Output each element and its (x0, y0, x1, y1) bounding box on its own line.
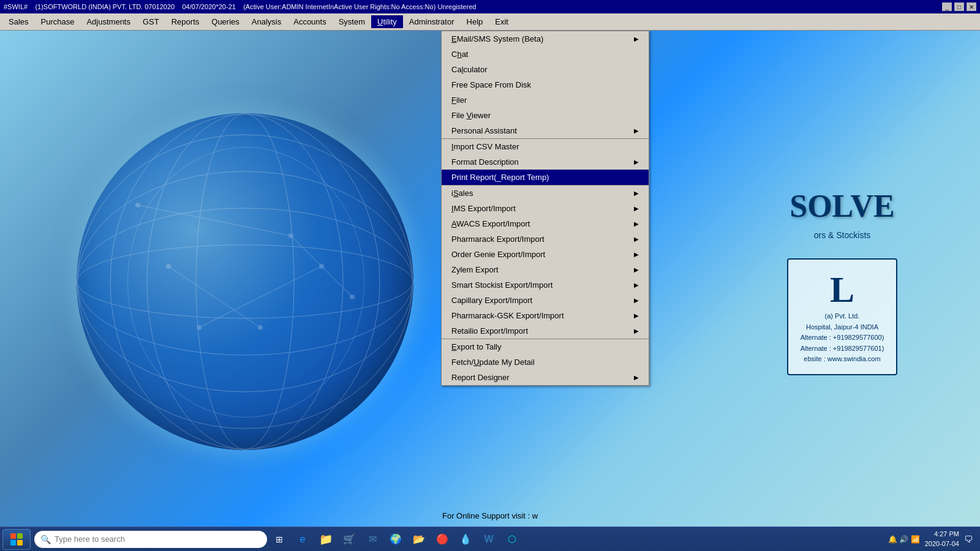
submenu-arrow-isales: ▶ (634, 190, 639, 197)
submenu-arrow-format: ▶ (634, 159, 639, 165)
taskbar-task-view-button[interactable]: ⊞ (268, 529, 290, 550)
menu-item-pharmarack-gsk[interactable]: Pharmarack-GSK Export/Import ▶ (442, 308, 649, 323)
submenu-arrow-smart: ▶ (634, 282, 639, 288)
taskbar-recycle-icon[interactable]: 🔴 (431, 529, 453, 550)
menu-sales[interactable]: Sales (2, 15, 35, 28)
notification-icon[interactable]: 🗨 (964, 534, 973, 544)
menu-item-filer[interactable]: Filer (442, 92, 649, 108)
submenu-arrow-capillary: ▶ (634, 297, 639, 304)
search-icon: 🔍 (40, 534, 51, 544)
online-support-text: For Online Support visit : w (442, 511, 538, 520)
svg-point-6 (110, 114, 380, 449)
svg-point-2 (77, 171, 413, 392)
svg-point-4 (196, 114, 294, 449)
company-initial: L (801, 269, 884, 311)
title-bar-text: #SWIL# (1)SOFTWORLD (INDIA) PVT. LTD. 07… (4, 3, 476, 10)
menu-item-export-tally[interactable]: Export to Tally (442, 339, 649, 354)
menu-adjustments[interactable]: Adjustments (80, 15, 137, 28)
svg-point-0 (77, 245, 413, 318)
taskbar-swil-icon[interactable]: ⬡ (501, 529, 523, 550)
svg-point-13 (350, 294, 355, 299)
menu-item-personal-assistant[interactable]: Personal Assistant ▶ (442, 123, 649, 138)
submenu-arrow-pharmarack-gsk: ▶ (634, 312, 639, 319)
taskbar-store-icon[interactable]: 🛒 (338, 529, 360, 550)
svg-line-7 (138, 205, 291, 236)
menu-bar: Sales Purchase Adjustments GST Reports Q… (0, 13, 980, 31)
taskbar-system-tray: 🔔 🔊 📶 (888, 535, 920, 544)
maximize-button[interactable]: □ (954, 2, 964, 11)
submenu-arrow-awacs: ▶ (634, 220, 639, 227)
menu-item-retailio[interactable]: Retailio Export/Import ▶ (442, 323, 649, 339)
title-bar-controls[interactable]: _ □ ✕ (942, 2, 976, 11)
svg-point-5 (147, 114, 343, 449)
taskbar-chrome-icon[interactable]: 🌍 (385, 529, 407, 550)
submenu-arrow: ▶ (634, 36, 639, 42)
taskbar-search-bar[interactable]: 🔍 (34, 531, 267, 548)
menu-purchase[interactable]: Purchase (35, 15, 81, 28)
menu-item-pharmarack[interactable]: Pharmarack Export/Import ▶ (442, 231, 649, 247)
menu-help[interactable]: Help (461, 15, 489, 28)
submenu-arrow-order-genie: ▶ (634, 251, 639, 258)
menu-adminstrator[interactable]: Adminstrator (403, 15, 461, 28)
taskbar-edge-icon[interactable]: e (292, 529, 314, 550)
taskbar-word-icon[interactable]: W (478, 529, 500, 550)
menu-reports[interactable]: Reports (165, 15, 206, 28)
utility-dropdown-menu: EMail/SMS System (Beta) ▶ Chat Calculato… (441, 31, 649, 386)
menu-analysis[interactable]: Analysis (246, 15, 287, 28)
svg-point-1 (77, 208, 413, 355)
taskbar-right-area: 🔔 🔊 📶 4:27 PM 2020-07-04 🗨 (888, 530, 978, 549)
menu-item-isales[interactable]: iSales ▶ (442, 185, 649, 201)
svg-line-10 (168, 266, 260, 328)
globe (77, 113, 413, 450)
menu-item-print-report[interactable]: Print Report(_Report Temp) (442, 170, 649, 185)
company-name-box: L (a) Pvt. Ltd. Hospital, Jaipur-4 INDIA… (787, 258, 898, 375)
windows-logo-icon (10, 533, 23, 545)
company-subtitle: ors & Stockists (814, 230, 871, 240)
menu-item-file-viewer[interactable]: File Viewer (442, 108, 649, 123)
menu-exit[interactable]: Exit (489, 15, 514, 28)
company-detail: (a) Pvt. Ltd. Hospital, Jaipur-4 INDIA A… (801, 311, 884, 365)
minimize-button[interactable]: _ (942, 2, 952, 11)
taskbar-explorer-icon[interactable]: 📁 (315, 529, 337, 550)
taskbar-mail-icon[interactable]: ✉ (361, 529, 383, 550)
taskbar: 🔍 ⊞ e 📁 🛒 ✉ 🌍 📂 🔴 💧 W ⬡ 🔔 🔊 📶 4:27 PM 20… (0, 527, 980, 551)
submenu-arrow-report-designer: ▶ (634, 374, 639, 381)
menu-item-order-genie[interactable]: Order Genie Export/Import ▶ (442, 247, 649, 262)
menu-item-free-space[interactable]: Free Space From Disk (442, 77, 649, 92)
company-logo: SOLVE (790, 188, 895, 224)
menu-item-calculator[interactable]: Calculator (442, 62, 649, 77)
svg-point-16 (166, 264, 171, 269)
menu-item-import-csv[interactable]: Import CSV Master (442, 138, 649, 154)
menu-queries[interactable]: Queries (205, 15, 246, 28)
close-button[interactable]: ✕ (967, 2, 976, 11)
menu-item-ims[interactable]: IMS Export/Import ▶ (442, 201, 649, 216)
svg-point-11 (135, 203, 140, 208)
menu-accounts[interactable]: Accounts (287, 15, 332, 28)
svg-point-17 (319, 264, 324, 269)
menu-item-chat[interactable]: Chat (442, 47, 649, 62)
menu-item-email-sms[interactable]: EMail/SMS System (Beta) ▶ (442, 31, 649, 47)
svg-point-3 (77, 135, 413, 429)
globe-area (31, 31, 459, 533)
menu-item-report-designer[interactable]: Report Designer ▶ (442, 370, 649, 385)
menu-item-capillary[interactable]: Capillary Export/Import ▶ (442, 293, 649, 308)
taskbar-filezilla-icon[interactable]: 📂 (408, 529, 430, 550)
submenu-arrow-pharmarack: ▶ (634, 236, 639, 242)
menu-item-zylem[interactable]: Zylem Export ▶ (442, 262, 649, 277)
submenu-arrow-zylem: ▶ (634, 266, 639, 273)
main-area: SOLVE ors & Stockists L (a) Pvt. Ltd. Ho… (0, 31, 980, 533)
menu-system[interactable]: System (333, 15, 371, 28)
menu-gst[interactable]: GST (137, 15, 165, 28)
svg-point-12 (288, 233, 293, 238)
company-panel: SOLVE ors & Stockists L (a) Pvt. Ltd. Ho… (704, 31, 980, 533)
taskbar-app1-icon[interactable]: 💧 (454, 529, 477, 550)
menu-item-awacs[interactable]: AWACS Export/Import ▶ (442, 216, 649, 231)
search-input[interactable] (55, 534, 261, 544)
menu-utility[interactable]: Utility (371, 15, 403, 28)
svg-point-14 (197, 325, 202, 330)
start-button[interactable] (2, 529, 31, 550)
menu-item-smart-stockist[interactable]: Smart Stockist Export/Import ▶ (442, 277, 649, 293)
menu-item-fetch-update[interactable]: Fetch/Update My Detail (442, 354, 649, 370)
submenu-arrow-personal: ▶ (634, 127, 639, 134)
menu-item-format-desc[interactable]: Format Description ▶ (442, 154, 649, 170)
